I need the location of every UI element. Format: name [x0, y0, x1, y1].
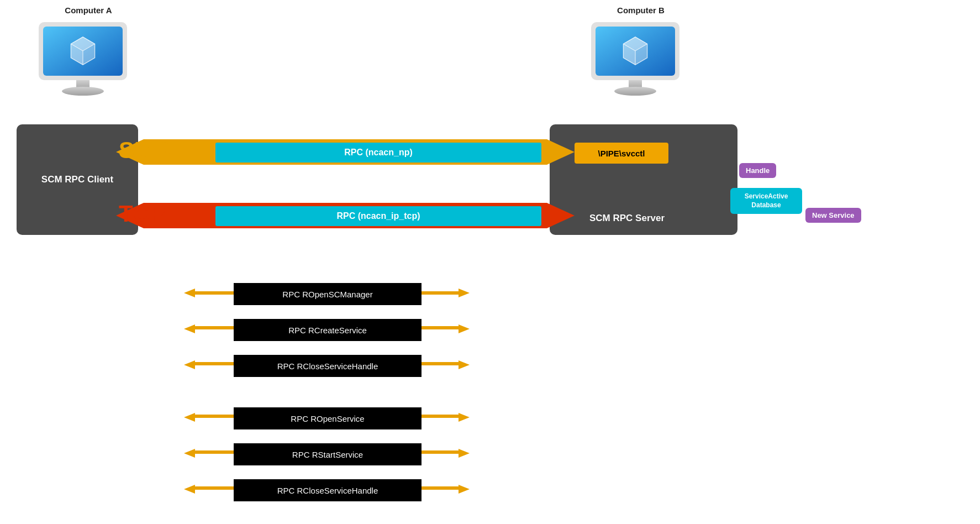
svg-marker-30 — [459, 324, 470, 333]
handle-badge: Handle — [739, 163, 776, 178]
computer-a-label: Computer A — [33, 6, 144, 15]
svg-rect-39 — [420, 415, 459, 418]
svg-marker-24 — [184, 289, 195, 297]
computer-a-icon — [33, 19, 133, 104]
smb-label: SMB — [119, 137, 170, 164]
svg-rect-29 — [195, 326, 234, 329]
rpc-start-service-box: RPC RStartService — [234, 443, 421, 465]
svg-marker-46 — [459, 485, 470, 494]
svg-point-7 — [62, 87, 104, 96]
svg-marker-32 — [184, 360, 195, 369]
svg-marker-34 — [459, 360, 470, 369]
diagram-container: Computer A Computer B — [0, 0, 980, 524]
new-service-badge: New Service — [805, 208, 861, 223]
scm-server-label: SCM RPC Server — [589, 213, 665, 224]
svg-rect-27 — [420, 291, 459, 295]
pipe-svcctl-box: \PIPE\svcctl — [575, 143, 668, 164]
svg-marker-28 — [184, 324, 195, 333]
sad-label: ServiceActiveDatabase — [745, 192, 788, 209]
rpc-close-service-handle-2-box: RPC RCloseServiceHandle — [234, 479, 421, 501]
service-active-database-badge: ServiceActiveDatabase — [730, 188, 802, 214]
svg-marker-26 — [459, 289, 470, 297]
svg-marker-44 — [184, 485, 195, 494]
svg-rect-35 — [420, 362, 459, 365]
svg-marker-42 — [459, 449, 470, 458]
arrows-svg — [0, 0, 980, 524]
svg-rect-25 — [195, 291, 234, 295]
svg-marker-40 — [184, 449, 195, 458]
svg-marker-38 — [459, 413, 470, 422]
svg-rect-33 — [195, 362, 234, 365]
svg-rect-47 — [420, 486, 459, 490]
rpc-close-service-handle-1-box: RPC RCloseServiceHandle — [234, 355, 421, 377]
svg-rect-37 — [195, 415, 234, 418]
scm-rpc-server-box: SCM RPC Server — [550, 124, 737, 235]
computer-b-icon — [586, 19, 685, 104]
svg-rect-43 — [420, 450, 459, 454]
svg-point-15 — [614, 87, 656, 96]
rpc-open-scmanager-box: RPC ROpenSCManager — [234, 283, 421, 305]
svg-rect-31 — [420, 326, 459, 329]
svg-rect-45 — [195, 486, 234, 490]
scm-client-label: SCM RPC Client — [41, 174, 113, 185]
tcp-label: TCP — [119, 201, 165, 227]
svg-rect-41 — [195, 450, 234, 454]
pipe-svcctl-label: \PIPE\svcctl — [598, 149, 645, 158]
rpc-ncacn-ip-tcp-label: RPC (ncacn_ip_tcp) — [215, 206, 541, 226]
svg-marker-36 — [184, 413, 195, 422]
rpc-ncacn-np-label: RPC (ncacn_np) — [215, 143, 541, 163]
rpc-open-service-box: RPC ROpenService — [234, 407, 421, 429]
computer-b-label: Computer B — [586, 6, 696, 15]
rpc-create-service-box: RPC RCreateService — [234, 319, 421, 341]
